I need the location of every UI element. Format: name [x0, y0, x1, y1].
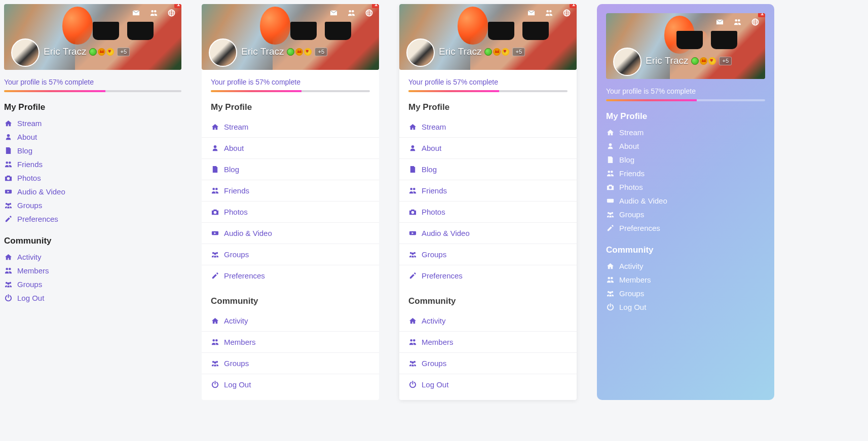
user-name[interactable]: Eric Tracz	[44, 46, 86, 57]
menu-item-audio-video[interactable]: Audio & Video	[202, 223, 379, 244]
avatar[interactable]	[406, 38, 435, 67]
menu-item-stream[interactable]: Stream	[202, 116, 379, 138]
power-icon	[408, 381, 417, 388]
group-icon	[606, 290, 614, 297]
messages-icon[interactable]	[527, 9, 535, 19]
menu-item-log-out[interactable]: Log Out	[399, 374, 577, 395]
menu-community: Activity Members Groups Log Out	[4, 250, 181, 305]
menu-item-preferences[interactable]: Preferences	[606, 221, 765, 235]
crown-icon	[98, 48, 105, 56]
group-icon	[4, 202, 12, 209]
video-icon	[408, 229, 417, 237]
menu-item-preferences[interactable]: Preferences	[399, 265, 577, 286]
menu-item-label: Stream	[619, 128, 644, 137]
menu-item-log-out[interactable]: Log Out	[606, 300, 765, 314]
notifications-icon[interactable]	[365, 9, 373, 19]
profile-widget-card: 1 Eric Tracz +5 Your profile is 57% comp…	[202, 4, 379, 400]
menu-item-about[interactable]: About	[202, 138, 379, 159]
menu-profile: Stream About Blog Friends Photos Audio &…	[399, 116, 577, 286]
menu-item-label: Friends	[619, 169, 645, 178]
menu-item-activity[interactable]: Activity	[606, 259, 765, 273]
extra-badges[interactable]: +5	[512, 48, 525, 56]
user-name[interactable]: Eric Tracz	[439, 46, 481, 57]
menu-item-photos[interactable]: Photos	[4, 171, 181, 185]
avatar[interactable]	[11, 38, 40, 67]
menu-item-activity[interactable]: Activity	[202, 310, 379, 332]
extra-badges[interactable]: +5	[117, 48, 130, 56]
menu-item-audio-video[interactable]: Audio & Video	[606, 194, 765, 208]
messages-icon[interactable]	[132, 9, 140, 19]
menu-item-members[interactable]: Members	[606, 273, 765, 287]
menu-item-friends[interactable]: Friends	[399, 180, 577, 202]
friends-icon[interactable]	[545, 9, 553, 19]
menu-item-blog[interactable]: Blog	[606, 153, 765, 167]
menu-item-about[interactable]: About	[4, 130, 181, 144]
messages-icon[interactable]	[716, 18, 724, 28]
menu-item-photos[interactable]: Photos	[399, 202, 577, 223]
user-icon	[606, 142, 614, 150]
friends-icon	[4, 267, 12, 274]
menu-item-photos[interactable]: Photos	[606, 180, 765, 194]
menu-item-label: Log Out	[224, 380, 251, 389]
friends-icon[interactable]	[734, 18, 741, 28]
notification-badge[interactable]: 1	[570, 4, 577, 8]
section-title-community: Community	[202, 296, 379, 306]
menu-item-friends[interactable]: Friends	[202, 180, 379, 202]
menu-item-audio-video[interactable]: Audio & Video	[4, 185, 181, 198]
profile-widget-plain: 1 Eric Tracz +5 Your profile is 57% comp…	[4, 4, 181, 400]
menu-item-friends[interactable]: Friends	[606, 167, 765, 180]
menu-item-blog[interactable]: Blog	[399, 159, 577, 180]
menu-item-stream[interactable]: Stream	[4, 116, 181, 130]
menu-item-about[interactable]: About	[606, 139, 765, 153]
menu-item-photos[interactable]: Photos	[202, 202, 379, 223]
notification-badge[interactable]: 1	[174, 4, 181, 8]
menu-item-label: Preferences	[17, 215, 58, 223]
menu-item-members[interactable]: Members	[399, 332, 577, 353]
menu-item-stream[interactable]: Stream	[399, 116, 577, 138]
menu-item-label: Activity	[17, 253, 42, 261]
menu-item-blog[interactable]: Blog	[4, 144, 181, 157]
menu-item-audio-video[interactable]: Audio & Video	[399, 223, 577, 244]
extra-badges[interactable]: +5	[315, 48, 327, 56]
menu-item-blog[interactable]: Blog	[202, 159, 379, 180]
friends-icon[interactable]	[150, 9, 158, 19]
extra-badges[interactable]: +5	[719, 57, 732, 65]
menu-item-preferences[interactable]: Preferences	[4, 212, 181, 226]
menu-item-preferences[interactable]: Preferences	[202, 265, 379, 286]
menu-item-groups[interactable]: Groups	[4, 277, 181, 291]
friends-icon[interactable]	[348, 9, 355, 19]
menu-item-members[interactable]: Members	[202, 332, 379, 353]
menu-item-log-out[interactable]: Log Out	[202, 374, 379, 395]
avatar[interactable]	[209, 38, 237, 67]
messages-icon[interactable]	[330, 9, 337, 19]
menu-item-groups[interactable]: Groups	[606, 208, 765, 221]
menu-item-label: Preferences	[422, 271, 463, 280]
home-icon	[606, 262, 614, 270]
user-name[interactable]: Eric Tracz	[241, 46, 284, 57]
menu-item-activity[interactable]: Activity	[399, 310, 577, 332]
menu-item-label: Groups	[619, 289, 644, 298]
menu-item-members[interactable]: Members	[4, 264, 181, 277]
menu-item-groups[interactable]: Groups	[4, 198, 181, 212]
friends-icon	[4, 161, 12, 168]
menu-item-groups[interactable]: Groups	[399, 353, 577, 374]
menu-item-groups[interactable]: Groups	[202, 353, 379, 374]
menu-item-activity[interactable]: Activity	[4, 250, 181, 264]
notifications-icon[interactable]	[563, 9, 571, 19]
notifications-icon[interactable]	[751, 18, 759, 28]
menu-item-groups[interactable]: Groups	[202, 244, 379, 265]
group-icon	[211, 359, 219, 367]
video-icon	[4, 188, 12, 195]
avatar[interactable]	[613, 48, 641, 76]
notification-badge[interactable]: 1	[758, 13, 765, 17]
menu-item-label: Audio & Video	[224, 229, 272, 237]
notification-badge[interactable]: 1	[372, 4, 379, 8]
menu-item-friends[interactable]: Friends	[4, 157, 181, 171]
menu-item-stream[interactable]: Stream	[606, 126, 765, 139]
menu-item-groups[interactable]: Groups	[399, 244, 577, 265]
menu-item-groups[interactable]: Groups	[606, 287, 765, 300]
user-name[interactable]: Eric Tracz	[646, 55, 688, 66]
notifications-icon[interactable]	[168, 9, 175, 19]
menu-item-about[interactable]: About	[399, 138, 577, 159]
menu-item-log-out[interactable]: Log Out	[4, 291, 181, 305]
